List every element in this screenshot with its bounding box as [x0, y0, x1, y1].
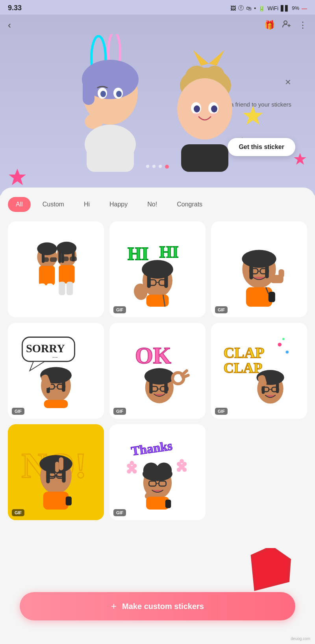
sticker-hi[interactable]: HI HI — [109, 221, 206, 317]
tab-happy[interactable]: Happy — [102, 197, 135, 212]
svg-point-25 — [193, 113, 199, 117]
sticker-grid: HI HI — [8, 221, 307, 520]
svg-rect-123 — [55, 462, 59, 472]
pink-star-deco-2 — [293, 152, 307, 168]
filter-tabs: All Custom Hi Happy No! Congrats — [8, 197, 307, 212]
svg-point-103 — [278, 343, 282, 347]
svg-rect-125 — [66, 497, 72, 506]
svg-rect-52 — [70, 257, 77, 261]
svg-point-137 — [177, 467, 181, 472]
svg-rect-41 — [59, 282, 65, 295]
svg-rect-122 — [59, 457, 63, 470]
sticker-ok[interactable]: OK — [109, 323, 206, 419]
svg-point-66 — [242, 250, 276, 268]
svg-point-130 — [130, 461, 134, 465]
svg-point-43 — [37, 243, 57, 255]
wifi-icon: WiFi — [267, 5, 278, 11]
watermark: deuog.com — [291, 637, 310, 641]
header-banner: ‹ 🎁 ⋮ ✕ Add a friend to your stickers — [0, 15, 315, 195]
svg-text:HI: HI — [128, 244, 148, 264]
gif-badge-sorry: GIF — [12, 408, 24, 415]
svg-point-138 — [182, 467, 187, 472]
sticker-clap[interactable]: CLAP CLAP — [211, 323, 307, 419]
svg-text:OK: OK — [135, 343, 171, 368]
svg-point-26 — [210, 113, 217, 117]
make-stickers-label: Make custom stickers — [122, 602, 204, 611]
gif-badge-no: GIF — [12, 509, 24, 516]
pink-star-deco — [8, 168, 27, 188]
svg-rect-49 — [42, 257, 49, 262]
gif-badge-thanks: GIF — [113, 509, 126, 516]
person-add-icon[interactable] — [282, 19, 291, 31]
svg-rect-50 — [50, 257, 57, 262]
svg-point-23 — [194, 105, 200, 112]
svg-text:Thanks: Thanks — [130, 438, 173, 458]
tab-all[interactable]: All — [8, 197, 31, 212]
svg-rect-27 — [181, 144, 228, 172]
notification-icon: 🖼 — [230, 5, 236, 11]
svg-rect-152 — [165, 500, 171, 508]
svg-text:CLAP: CLAP — [224, 360, 262, 376]
svg-rect-38 — [47, 283, 53, 296]
svg-text:...: ... — [52, 352, 58, 359]
svg-marker-30 — [294, 153, 306, 165]
dot-icon: • — [254, 5, 256, 11]
svg-point-10 — [100, 91, 106, 97]
signal-icon: ▋▋ — [281, 5, 289, 11]
facebook-icon: ⓕ — [238, 5, 244, 12]
svg-point-20 — [177, 78, 232, 140]
arrow-indicator — [244, 548, 291, 597]
svg-point-92 — [145, 368, 174, 385]
svg-rect-36 — [39, 266, 55, 285]
character-left — [63, 34, 165, 172]
svg-rect-40 — [59, 265, 75, 283]
gift-icon[interactable]: 🎁 — [264, 20, 275, 30]
sticker-thanks[interactable]: Thanks — [109, 424, 206, 520]
svg-point-146 — [143, 467, 172, 481]
tab-hi[interactable]: Hi — [76, 197, 98, 212]
svg-rect-42 — [67, 282, 73, 295]
svg-rect-75 — [269, 292, 275, 302]
plus-icon: + — [111, 601, 117, 612]
svg-rect-89 — [44, 400, 68, 408]
bag-icon: 🛍 — [246, 5, 252, 11]
svg-rect-124 — [43, 491, 69, 510]
sticker-sorry[interactable]: SORRY ... GIF — [8, 323, 104, 419]
svg-rect-74 — [246, 287, 272, 307]
sticker-thumbs[interactable]: GIF — [211, 221, 307, 317]
gif-badge-ok: GIF — [113, 408, 126, 415]
tab-custom[interactable]: Custom — [35, 197, 72, 212]
svg-point-56 — [142, 260, 173, 279]
svg-point-0 — [284, 21, 287, 24]
nav-actions: 🎁 ⋮ — [264, 19, 307, 31]
svg-text:HI: HI — [159, 243, 179, 261]
svg-point-131 — [127, 469, 131, 474]
status-bar: 9.33 🖼 ⓕ 🛍 • 🔋 WiFi ▋▋ 9% — — [0, 0, 315, 15]
svg-rect-37 — [39, 283, 45, 296]
status-icons: 🖼 ⓕ 🛍 • 🔋 WiFi ▋▋ 9% — — [230, 5, 307, 12]
svg-point-104 — [285, 351, 289, 354]
gif-badge-hi: GIF — [113, 306, 126, 313]
tab-no[interactable]: No! — [139, 197, 165, 212]
svg-rect-63 — [146, 295, 169, 307]
svg-text:SORRY: SORRY — [26, 342, 65, 355]
gif-badge-thumbs: GIF — [215, 306, 228, 313]
svg-text:CLAP: CLAP — [224, 344, 264, 361]
svg-point-105 — [282, 338, 285, 340]
battery-low-icon: — — [302, 5, 307, 11]
svg-line-100 — [183, 375, 188, 377]
sticker-no[interactable]: NO! — [8, 424, 104, 520]
sticker-duo[interactable] — [8, 221, 104, 317]
back-button[interactable]: ‹ — [8, 20, 11, 31]
tab-congrats[interactable]: Congrats — [169, 197, 210, 212]
svg-marker-29 — [9, 169, 26, 185]
more-icon[interactable]: ⋮ — [298, 20, 307, 30]
svg-rect-14 — [87, 136, 134, 172]
svg-point-11 — [116, 91, 122, 97]
character-right — [158, 46, 252, 172]
nav-bar: ‹ 🎁 ⋮ — [0, 15, 315, 36]
battery-icon: 🔋 — [258, 5, 265, 11]
svg-rect-73 — [278, 269, 284, 278]
battery-text: 9% — [292, 5, 299, 11]
svg-rect-51 — [61, 257, 69, 261]
